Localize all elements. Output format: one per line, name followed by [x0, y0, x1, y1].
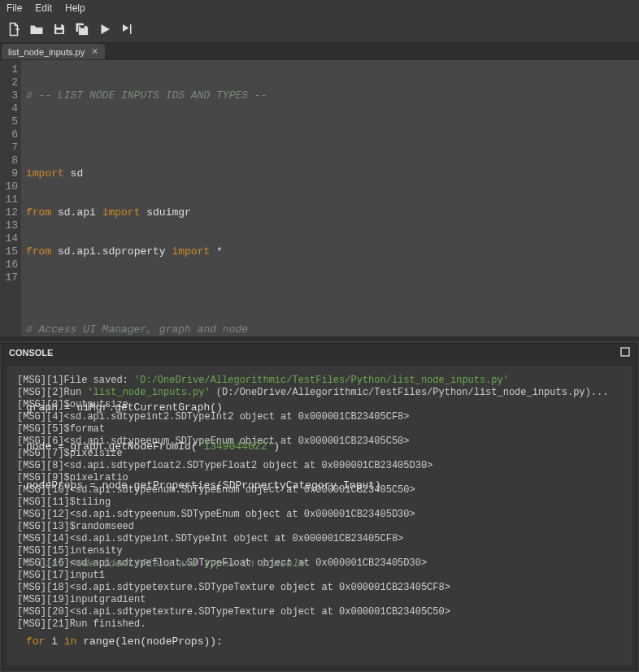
line-number: 15 — [2, 245, 18, 258]
line-number: 14 — [2, 232, 18, 245]
line-number: 9 — [2, 167, 18, 180]
menu-file[interactable]: File — [7, 2, 22, 14]
open-folder-icon[interactable] — [29, 22, 44, 37]
run-main-icon[interactable] — [120, 22, 135, 37]
code-text: i — [45, 635, 63, 648]
svg-rect-3 — [56, 30, 63, 33]
code-text: # -- LIST NODE INPUTS IDS AND TYPES -- — [26, 89, 267, 102]
code-editor[interactable]: 1234567891011121314151617 # -- LIST NODE… — [0, 60, 639, 336]
line-number: 16 — [2, 258, 18, 271]
code-text: import — [102, 206, 141, 219]
tabbar: list_node_inputs.py ✕ — [0, 42, 639, 60]
code-text: # Access UI Manager, graph and node — [26, 323, 248, 336]
code-text: '1349044622' — [198, 440, 274, 453]
save-all-icon[interactable] — [75, 22, 89, 37]
code-text: from — [26, 245, 51, 258]
menubar: File Edit Help — [0, 0, 639, 16]
svg-rect-5 — [130, 24, 132, 34]
line-number: 17 — [2, 271, 18, 284]
line-number: 12 — [2, 206, 18, 219]
tab-label: list_node_inputs.py — [8, 47, 85, 57]
run-icon[interactable] — [98, 22, 112, 37]
line-gutter: 1234567891011121314151617 — [0, 60, 21, 336]
line-number: 8 — [2, 154, 18, 167]
new-file-icon[interactable] — [7, 22, 21, 37]
code-text: import — [26, 167, 64, 180]
line-number: 2 — [2, 76, 18, 89]
line-number: 11 — [2, 193, 18, 206]
tab-close-icon[interactable]: ✕ — [91, 46, 98, 57]
svg-rect-1 — [17, 28, 19, 32]
save-icon[interactable] — [52, 22, 67, 37]
line-number: 1 — [2, 63, 18, 76]
line-number: 3 — [2, 89, 18, 102]
code-text: graph = uiMgr.getCurrentGraph() — [26, 401, 223, 414]
line-number: 5 — [2, 115, 18, 128]
code-text: node = graph.getNodeFromId( — [26, 440, 198, 453]
code-text: sd.api — [51, 206, 102, 219]
toolbar — [0, 16, 639, 42]
line-number: 6 — [2, 128, 18, 141]
code-text: sd.api.sdproperty — [51, 245, 172, 258]
line-number: 4 — [2, 102, 18, 115]
svg-rect-2 — [56, 24, 61, 28]
menu-help[interactable]: Help — [65, 2, 85, 14]
code-text: # List node identifiers and types in con… — [26, 557, 305, 570]
code-text: import — [172, 245, 210, 258]
code-text: from — [26, 206, 51, 219]
code-text: for — [26, 635, 45, 648]
line-number: 10 — [2, 180, 18, 193]
menu-edit[interactable]: Edit — [35, 2, 52, 14]
code-text: * — [210, 245, 223, 258]
code-text: sduimgr — [140, 206, 190, 219]
line-number: 7 — [2, 141, 18, 154]
code-text: sd — [64, 167, 83, 180]
code-text: in — [64, 635, 77, 648]
code-text: range(len(nodeProps)): — [76, 635, 222, 648]
line-number: 13 — [2, 219, 18, 232]
code-text: nodeProps = node.getProperties(SDPropert… — [26, 479, 381, 492]
file-tab[interactable]: list_node_inputs.py ✕ — [2, 44, 105, 59]
code-text: ) — [273, 440, 280, 453]
code-area[interactable]: # -- LIST NODE INPUTS IDS AND TYPES -- i… — [21, 60, 639, 336]
svg-rect-4 — [80, 26, 85, 28]
